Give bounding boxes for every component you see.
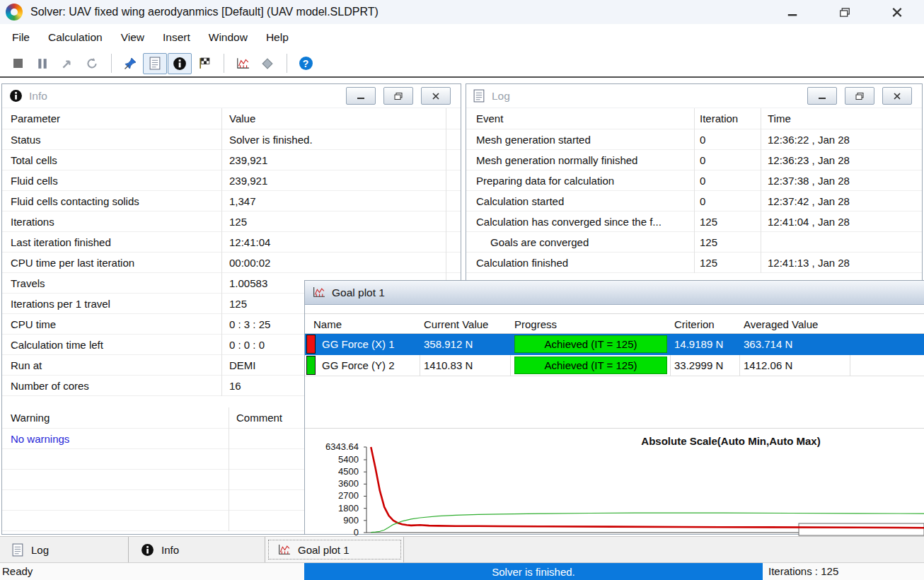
- log-iteration: 125: [694, 216, 761, 228]
- info-param: CPU time per last iteration: [11, 257, 220, 269]
- goal-chart-svg: [358, 440, 924, 536]
- window-titlebar[interactable]: Solver: UAV fixed wing aerodyanmics [Def…: [0, 0, 924, 24]
- insert-goal-plot-button[interactable]: [231, 53, 255, 74]
- log-iteration: 0: [694, 154, 761, 166]
- info-param: Iterations per 1 travel: [11, 298, 220, 310]
- pin-icon: [123, 57, 137, 71]
- log-time: 12:41:04 , Jan 28: [761, 216, 850, 228]
- tab-info[interactable]: Info: [129, 537, 265, 562]
- info-row: Fluid cells contacting solids1,347: [2, 191, 461, 211]
- close-button[interactable]: [421, 87, 451, 105]
- goal-name: GG Force (X) 1: [322, 334, 395, 355]
- goal-table: Name Current Value Progress Criterion Av…: [305, 313, 924, 376]
- stop-icon: [13, 59, 23, 68]
- close-icon: [890, 6, 904, 18]
- status-bar: Ready Solver is finished. Iterations : 1…: [0, 562, 924, 580]
- info-value: 1,347: [220, 195, 256, 207]
- minimize-button[interactable]: [807, 87, 837, 105]
- tab-goal-plot-1[interactable]: Goal plot 1: [265, 537, 404, 562]
- menu-view[interactable]: View: [112, 31, 154, 44]
- toolbar-separator: [287, 54, 287, 73]
- info-value: 125: [220, 216, 247, 228]
- maximize-button[interactable]: [383, 87, 413, 105]
- minimize-button[interactable]: [781, 2, 804, 22]
- tab-log[interactable]: Log: [0, 537, 129, 562]
- log-window: Log Event Iteration Time Mesh generation…: [466, 83, 923, 281]
- log-iteration: 0: [694, 134, 761, 146]
- goal-color-swatch: [306, 335, 316, 354]
- info-param: Number of cores: [11, 380, 220, 392]
- pin-button[interactable]: [118, 53, 142, 74]
- info-icon: [173, 57, 187, 71]
- finish-button[interactable]: [192, 53, 216, 74]
- goal-plot-icon: [312, 286, 325, 298]
- stop-button[interactable]: [6, 53, 30, 74]
- log-event: Preparing data for calculation: [476, 175, 694, 187]
- menu-help[interactable]: Help: [257, 31, 298, 44]
- goal-averaged-value: 363.714 N: [744, 334, 792, 355]
- minimize-icon: [356, 92, 366, 100]
- info-param: Travels: [11, 277, 220, 289]
- info-value: 1.00583: [220, 277, 267, 289]
- goal-criterion: 14.9189 N: [674, 334, 723, 355]
- insert-preview-button[interactable]: [255, 53, 279, 74]
- goal-row[interactable]: GG Force (Y) 2 1410.83 N Achieved (IT = …: [305, 355, 924, 376]
- goal-color-swatch: [306, 356, 316, 375]
- preview-diamond-icon: [262, 58, 273, 69]
- goal-progress-cell: Achieved (IT = 125): [514, 356, 667, 374]
- column-header-name: Name: [313, 314, 342, 335]
- app-icon: [6, 4, 23, 21]
- log-event: Calculation finished: [476, 257, 694, 269]
- insert-info-button[interactable]: [168, 53, 192, 74]
- column-header-warning: Warning: [11, 412, 227, 424]
- log-time: 12:37:42 , Jan 28: [761, 195, 850, 207]
- y-tick-label: 5400: [338, 454, 359, 465]
- info-row: Fluid cells239,921: [2, 170, 461, 191]
- log-window-titlebar[interactable]: Log: [466, 84, 922, 108]
- goal-row-selected[interactable]: GG Force (X) 1 358.912 N Achieved (IT = …: [305, 334, 924, 355]
- menu-calculation[interactable]: Calculation: [39, 31, 112, 44]
- maximize-button[interactable]: [833, 2, 856, 22]
- goal-current-value: 1410.83 N: [424, 355, 473, 376]
- toolbar: [0, 50, 924, 78]
- resume-icon: [61, 57, 74, 70]
- info-param: CPU time: [11, 318, 220, 330]
- close-icon: [431, 92, 441, 100]
- menu-window[interactable]: Window: [200, 31, 257, 44]
- info-value: DEMI: [220, 359, 256, 371]
- log-list-icon: [12, 543, 24, 557]
- maximize-icon: [838, 7, 851, 18]
- close-button[interactable]: [882, 87, 912, 105]
- refresh-button[interactable]: [80, 53, 104, 74]
- y-tick-label: 4500: [338, 466, 359, 477]
- menu-insert[interactable]: Insert: [154, 31, 200, 44]
- goal-progress-cell: Achieved (IT = 125): [514, 335, 667, 353]
- close-button[interactable]: [886, 2, 908, 22]
- pause-button[interactable]: [30, 53, 54, 74]
- info-row: Last iteration finished12:41:04: [2, 232, 461, 253]
- close-icon: [892, 92, 902, 100]
- minimize-button[interactable]: [346, 87, 376, 105]
- maximize-button[interactable]: [845, 87, 874, 105]
- help-button[interactable]: [294, 53, 318, 74]
- goal-name: GG Force (Y) 2: [322, 355, 395, 376]
- info-value: 00:00:02: [220, 257, 270, 269]
- status-ready: Ready: [2, 565, 33, 577]
- column-divider: [221, 108, 222, 396]
- goal-plot-window-titlebar[interactable]: Goal plot 1: [305, 281, 924, 305]
- info-param: Run at: [11, 359, 220, 371]
- column-header-comment: Comment: [227, 412, 282, 424]
- info-window-titlebar[interactable]: Info: [2, 84, 461, 108]
- info-row: StatusSolver is finished.: [2, 129, 461, 150]
- column-header-value: Value: [220, 112, 255, 124]
- info-row: CPU time per last iteration00:00:02: [2, 253, 461, 273]
- bottom-tab-bar: Log Info Goal plot 1: [0, 536, 924, 562]
- menu-file[interactable]: File: [3, 31, 39, 44]
- tab-label: Info: [161, 544, 179, 556]
- info-value: 0 : 3 : 25: [220, 318, 270, 330]
- log-event: Calculation started: [476, 195, 694, 207]
- info-icon: [141, 543, 154, 557]
- resume-button[interactable]: [55, 53, 79, 74]
- insert-log-button[interactable]: [143, 53, 167, 74]
- refresh-icon: [86, 57, 98, 70]
